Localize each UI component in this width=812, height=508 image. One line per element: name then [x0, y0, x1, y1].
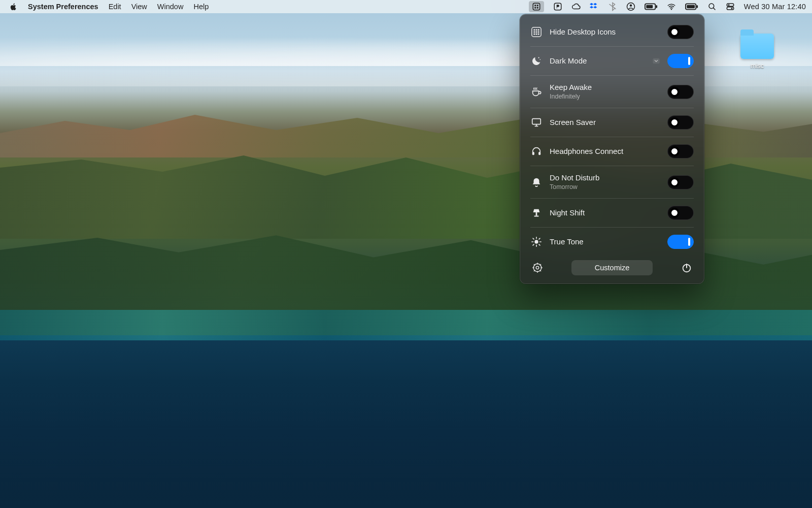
row-headphones-connect[interactable]: Headphones Connect	[520, 137, 704, 166]
status-battery-icon[interactable]	[685, 0, 698, 13]
svg-rect-35	[538, 152, 540, 155]
status-panel-app-icon[interactable]	[529, 1, 544, 12]
svg-rect-29	[538, 34, 539, 35]
svg-point-40	[536, 266, 539, 269]
svg-rect-33	[532, 119, 541, 124]
svg-rect-14	[696, 5, 698, 8]
monitor-icon	[530, 117, 543, 128]
desktop-folder-label: misc	[735, 62, 780, 70]
menubar: System Preferences Edit View Window Help	[0, 0, 812, 13]
desktop[interactable]: System Preferences Edit View Window Help	[0, 0, 812, 508]
svg-point-11	[671, 9, 672, 10]
svg-rect-26	[538, 31, 539, 33]
row-label: Headphones Connect	[550, 147, 660, 156]
svg-rect-18	[727, 7, 734, 10]
row-label: Screen Saver	[550, 118, 660, 127]
svg-rect-4	[537, 7, 538, 9]
svg-rect-22	[536, 29, 537, 31]
svg-rect-3	[534, 7, 536, 9]
svg-rect-16	[727, 4, 734, 6]
menubar-clock[interactable]: Wed 30 Mar 12:40	[744, 0, 806, 13]
row-sublabel: Indefinitely	[550, 93, 660, 101]
svg-rect-2	[537, 5, 538, 6]
row-label: Hide Desktop Icons	[550, 27, 660, 37]
svg-rect-1	[534, 5, 536, 6]
svg-point-7	[630, 5, 632, 7]
status-bluetooth-off-icon[interactable]	[608, 0, 617, 13]
menu-view[interactable]: View	[131, 3, 147, 11]
svg-point-31	[540, 59, 541, 60]
coffee-icon	[530, 86, 543, 98]
svg-rect-25	[536, 31, 537, 33]
status-wifi-icon[interactable]	[667, 0, 676, 13]
headphones-icon	[530, 146, 543, 157]
row-label: Night Shift	[550, 208, 660, 217]
apple-menu[interactable]	[9, 3, 18, 11]
status-user-icon[interactable]	[626, 0, 635, 13]
bell-icon	[530, 177, 543, 188]
panel-power-button[interactable]	[680, 262, 694, 273]
row-label: Do Not Disturb	[550, 173, 660, 182]
toggle-headphones-connect[interactable]	[667, 144, 694, 158]
svg-rect-21	[534, 29, 535, 31]
svg-rect-34	[532, 152, 534, 155]
menu-help[interactable]: Help	[193, 3, 209, 11]
toggle-hide-desktop-icons[interactable]	[667, 25, 694, 39]
toggle-dark-mode[interactable]	[667, 54, 694, 68]
grid-icon	[530, 26, 543, 38]
svg-point-17	[728, 4, 729, 6]
desktop-folder-misc[interactable]: misc	[735, 34, 780, 70]
row-true-tone[interactable]: True Tone	[520, 228, 704, 256]
svg-point-38	[534, 240, 538, 243]
svg-point-30	[538, 57, 539, 58]
svg-rect-10	[656, 5, 657, 8]
row-night-shift[interactable]: Night Shift	[520, 199, 704, 227]
svg-rect-28	[536, 34, 537, 35]
lamp-icon	[530, 207, 543, 218]
svg-rect-27	[534, 34, 535, 35]
status-cloud-icon[interactable]	[571, 0, 581, 13]
status-control-center-icon[interactable]	[726, 0, 735, 13]
row-keep-awake[interactable]: Keep Awake Indefinitely	[520, 76, 704, 108]
folder-icon	[740, 34, 774, 59]
toggle-screen-saver[interactable]	[667, 115, 694, 130]
row-do-not-disturb[interactable]: Do Not Disturb Tomorrow	[520, 166, 704, 198]
status-battery-menu-icon[interactable]	[645, 0, 658, 13]
row-sublabel: Tomorrow	[550, 183, 660, 191]
row-hide-desktop-icons[interactable]: Hide Desktop Icons	[520, 18, 704, 46]
menu-app-name[interactable]: System Preferences	[28, 3, 98, 11]
svg-point-19	[731, 8, 732, 9]
moon-icon	[530, 55, 543, 67]
customize-button[interactable]: Customize	[571, 260, 653, 275]
row-label: Keep Awake	[550, 83, 660, 92]
svg-rect-32	[653, 58, 659, 64]
svg-rect-37	[534, 216, 538, 217]
toggle-night-shift[interactable]	[667, 206, 694, 220]
sun-icon	[530, 236, 543, 247]
svg-rect-0	[533, 3, 540, 10]
toggle-keep-awake[interactable]	[667, 85, 694, 99]
svg-rect-9	[646, 5, 653, 9]
panel-settings-button[interactable]	[530, 262, 545, 273]
quick-settings-panel: Hide Desktop Icons Dark Mode Keep Awake …	[520, 14, 704, 284]
status-spotlight-icon[interactable]	[707, 0, 717, 13]
svg-rect-13	[687, 5, 695, 9]
status-p-icon[interactable]	[553, 0, 562, 13]
row-label: Dark Mode	[550, 56, 645, 66]
toggle-true-tone[interactable]	[667, 235, 694, 249]
toggle-do-not-disturb[interactable]	[667, 175, 694, 189]
row-label: True Tone	[550, 237, 660, 246]
svg-rect-23	[538, 29, 539, 31]
row-dark-mode[interactable]: Dark Mode	[520, 47, 704, 75]
menu-window[interactable]: Window	[157, 3, 184, 11]
svg-rect-24	[534, 31, 535, 33]
status-dropbox-icon[interactable]	[590, 0, 599, 13]
menu-edit[interactable]: Edit	[109, 3, 121, 11]
row-screen-saver[interactable]: Screen Saver	[520, 108, 704, 137]
chevron-down-icon[interactable]	[652, 57, 660, 65]
svg-rect-36	[536, 212, 537, 215]
